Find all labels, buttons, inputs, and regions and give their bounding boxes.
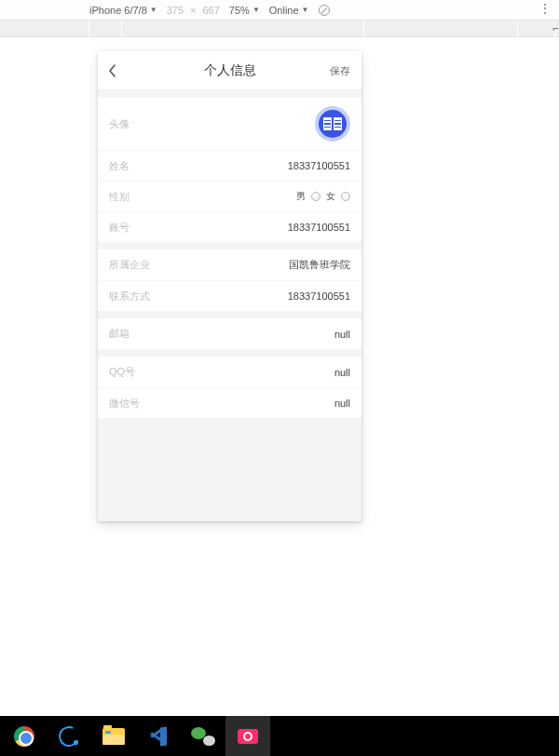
folder-icon (102, 728, 125, 745)
account-value: 18337100551 (288, 222, 350, 233)
section-social: QQ号 null 微信号 null (98, 357, 361, 418)
section-company: 所属企业 国凯鲁班学院 联系方式 18337100551 (98, 250, 361, 311)
avatar-label: 头像 (109, 117, 130, 131)
gender-female-radio[interactable] (341, 192, 350, 201)
qq-label: QQ号 (109, 365, 135, 379)
device-name: iPhone 6/7/8 (89, 5, 147, 16)
cursor-icon: ⌐ (553, 22, 559, 34)
row-wechat[interactable]: 微信号 null (98, 387, 361, 418)
dimension-x: × (190, 5, 196, 16)
device-width[interactable]: 375 (167, 5, 184, 16)
chevron-left-icon (107, 64, 118, 77)
gender-label: 性别 (109, 190, 130, 204)
account-label: 账号 (109, 221, 130, 235)
rotate-button[interactable] (319, 5, 330, 16)
taskbar-wechat[interactable] (181, 716, 225, 756)
device-selector[interactable]: iPhone 6/7/8 ▼ (89, 5, 157, 16)
back-button[interactable] (107, 51, 118, 90)
page-header: 个人信息 保存 (98, 51, 361, 90)
devtools-toolbar: iPhone 6/7/8 ▼ 375 × 667 75% ▼ Online ▼ … (0, 0, 559, 20)
contact-label: 联系方式 (109, 290, 150, 304)
row-contact[interactable]: 联系方式 18337100551 (98, 280, 361, 311)
windows-taskbar (0, 716, 559, 756)
avatar[interactable] (315, 106, 350, 142)
ruler (0, 20, 559, 37)
qq-value: null (334, 367, 350, 378)
company-value: 国凯鲁班学院 (289, 259, 350, 272)
contact-value: 18337100551 (288, 290, 350, 302)
zoom-value: 75% (229, 5, 250, 16)
row-qq[interactable]: QQ号 null (98, 357, 361, 387)
email-label: 邮箱 (109, 327, 130, 341)
section-basic: 头像 姓名 18337100551 性别 男 女 (98, 98, 361, 242)
gender-female-label: 女 (326, 190, 335, 203)
vscode-icon (148, 726, 169, 747)
taskbar-vscode[interactable] (136, 716, 181, 756)
more-options-button[interactable]: ⋮ (539, 3, 552, 14)
device-footer-pad (98, 418, 361, 521)
row-email[interactable]: 邮箱 null (98, 318, 361, 349)
save-button[interactable]: 保存 (330, 51, 350, 90)
taskbar-app-2[interactable] (47, 716, 91, 756)
row-gender: 性别 男 女 (98, 181, 361, 211)
chevron-down-icon: ▼ (302, 6, 309, 14)
rotate-icon (319, 5, 330, 16)
chevron-down-icon: ▼ (252, 6, 260, 14)
name-label: 姓名 (109, 159, 130, 173)
gender-options: 男 女 (296, 190, 350, 203)
section-email: 邮箱 null (98, 318, 361, 349)
device-height[interactable]: 667 (203, 5, 220, 16)
name-value: 18337100551 (288, 160, 350, 171)
wechat-icon (191, 727, 215, 746)
device-dimensions: 375 × 667 (167, 5, 220, 16)
gender-male-radio[interactable] (311, 192, 320, 201)
wechat-label: 微信号 (109, 397, 140, 411)
row-avatar[interactable]: 头像 (98, 98, 361, 150)
taskbar-explorer[interactable] (91, 716, 136, 756)
taskbar-chrome[interactable] (2, 716, 47, 756)
throttle-selector[interactable]: Online ▼ (269, 5, 309, 16)
ring-icon (59, 726, 79, 747)
row-company: 所属企业 国凯鲁班学院 (98, 250, 361, 280)
network-value: Online (269, 5, 299, 16)
device-stage: 个人信息 保存 头像 姓名 18337100551 性别 (0, 37, 559, 708)
email-value: null (334, 329, 350, 340)
row-name[interactable]: 姓名 18337100551 (98, 150, 361, 181)
chrome-icon (14, 726, 34, 747)
avatar-icon (319, 110, 347, 138)
zoom-selector[interactable]: 75% ▼ (229, 5, 260, 16)
chevron-down-icon: ▼ (150, 6, 157, 14)
gender-male-label: 男 (296, 190, 306, 203)
row-account: 账号 18337100551 (98, 211, 361, 242)
page-title: 个人信息 (204, 62, 256, 79)
taskbar-recorder[interactable] (225, 716, 270, 756)
camera-icon (238, 729, 258, 744)
company-label: 所属企业 (109, 258, 150, 272)
wechat-value: null (334, 398, 350, 409)
device-viewport: 个人信息 保存 头像 姓名 18337100551 性别 (98, 51, 361, 521)
